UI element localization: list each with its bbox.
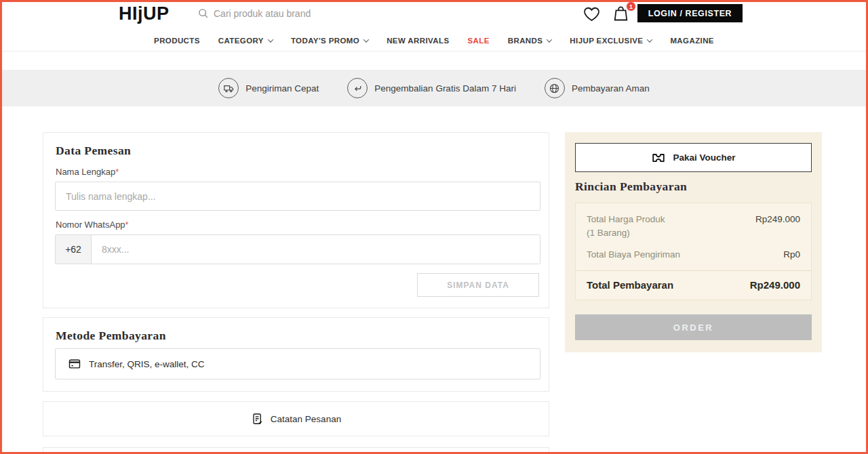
whatsapp-input-group: +62: [55, 234, 540, 264]
credit-card-icon: [68, 357, 81, 371]
required-asterisk: *: [125, 220, 129, 230]
order-note-card[interactable]: Catatan Pesanan: [43, 401, 549, 436]
row-value: Rp249.000: [755, 213, 800, 240]
globe-icon: [545, 78, 565, 98]
benefit-label: Pembayaran Aman: [572, 83, 650, 94]
benefit-fast-shipping: Pengiriman Cepat: [218, 78, 319, 98]
chevron-down-icon: [547, 37, 552, 42]
search-icon: [197, 7, 209, 19]
order-button[interactable]: ORDER: [575, 314, 812, 340]
nav-sale[interactable]: SALE: [467, 37, 489, 45]
whatsapp-input[interactable]: [92, 235, 540, 264]
wishlist-heart-icon[interactable]: [583, 5, 601, 23]
nav-new-arrivals[interactable]: NEW ARRIVALS: [387, 37, 449, 45]
phone-prefix: +62: [56, 235, 92, 264]
total-label: Total Pembayaran: [587, 279, 673, 291]
search-bar[interactable]: [197, 7, 370, 19]
benefit-free-return: Pengembalian Gratis Dalam 7 Hari: [347, 78, 516, 98]
chevron-down-icon: [363, 37, 369, 42]
summary-row-shipping: Total Biaya Pengiriman Rp0: [587, 248, 800, 262]
chevron-down-icon: [268, 37, 273, 42]
truck-icon: [218, 78, 239, 98]
customer-data-card: Data Pemesan Nama Lengkap* Nomor WhatsAp…: [43, 132, 549, 308]
checkout-page: HIjUP 1 LOGIN / REGISTER PRODUCTS CATEGO…: [0, 0, 868, 454]
next-card-partial: [43, 447, 549, 454]
save-data-button[interactable]: SIMPAN DATA: [417, 273, 539, 297]
nav-brands[interactable]: BRANDS: [508, 37, 552, 45]
row-value: Rp0: [783, 248, 800, 262]
payment-method-title: Metode Pembayaran: [56, 329, 166, 343]
full-name-input[interactable]: [55, 182, 540, 211]
chevron-down-icon: [647, 37, 652, 42]
nav-products[interactable]: PRODUCTS: [154, 37, 200, 45]
summary-row-products: Total Harga Produk (1 Barang) Rp249.000: [587, 213, 800, 240]
benefit-label: Pengiriman Cepat: [245, 83, 319, 94]
required-asterisk: *: [115, 167, 119, 177]
nav-hijup-exclusive[interactable]: HIJUP EXCLUSIVE: [570, 37, 652, 45]
payment-method-value: Transfer, QRIS, e-wallet, CC: [89, 359, 205, 369]
nav-magazine[interactable]: MAGAZINE: [670, 37, 714, 45]
benefits-banner: Pengiriman Cepat Pengembalian Gratis Dal…: [2, 70, 866, 106]
benefit-label: Pengembalian Gratis Dalam 7 Hari: [374, 83, 516, 94]
search-input[interactable]: [214, 8, 370, 19]
payment-method-card: Metode Pembayaran Transfer, QRIS, e-wall…: [43, 317, 549, 392]
benefit-secure-payment: Pembayaran Aman: [545, 78, 650, 98]
nav-category[interactable]: CATEGORY: [218, 37, 273, 45]
use-voucher-button[interactable]: Pakai Voucher: [575, 143, 812, 172]
cart-bag-icon[interactable]: 1: [612, 5, 631, 23]
payment-summary-panel: Pakai Voucher Rincian Pembayaran Total H…: [565, 132, 822, 352]
hijup-logo[interactable]: HIjUP: [119, 3, 170, 24]
row-sublabel: (1 Barang): [587, 226, 665, 240]
main-nav: PRODUCTS CATEGORY TODAY'S PROMO NEW ARRI…: [2, 30, 866, 51]
customer-data-title: Data Pemesan: [56, 144, 131, 158]
full-name-label: Nama Lengkap*: [56, 167, 119, 177]
summary-rows-box: Total Harga Produk (1 Barang) Rp249.000 …: [575, 203, 812, 300]
order-note-label: Catatan Pesanan: [271, 414, 341, 424]
ticket-icon: [651, 150, 666, 165]
payment-method-option[interactable]: Transfer, QRIS, e-wallet, CC: [55, 348, 540, 379]
login-register-button[interactable]: LOGIN / REGISTER: [637, 4, 743, 22]
nav-todays-promo[interactable]: TODAY'S PROMO: [291, 37, 368, 45]
row-label: Total Biaya Pengiriman: [587, 248, 680, 262]
row-label: Total Harga Produk: [587, 213, 665, 226]
whatsapp-label: Nomor WhatsApp*: [56, 220, 129, 230]
note-pencil-icon: [251, 413, 264, 426]
payment-summary-title: Rincian Pembayaran: [575, 180, 687, 194]
nav-divider: [2, 51, 866, 51]
cart-count-badge: 1: [626, 1, 636, 12]
total-value: Rp249.000: [750, 279, 800, 291]
summary-total-row: Total Pembayaran Rp249.000: [587, 271, 800, 291]
return-icon: [347, 78, 368, 98]
